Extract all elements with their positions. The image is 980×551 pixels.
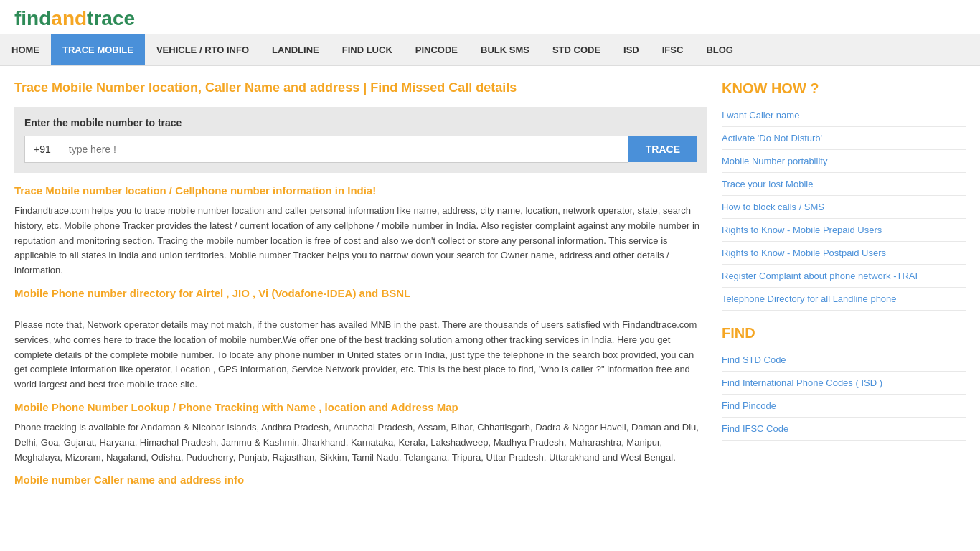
sidebar-link-telephone-directory[interactable]: Telephone Directory for all Landline pho… (722, 288, 966, 311)
sidebar-link-register-complaint[interactable]: Register Complaint about phone network -… (722, 265, 966, 288)
sidebar-link-ifsc-code[interactable]: Find IFSC Code (722, 418, 966, 441)
find-section: FIND Find STD Code Find International Ph… (722, 325, 966, 441)
search-input[interactable] (60, 136, 628, 163)
main-nav: HOME TRACE MOBILE VEHICLE / RTO INFO LAN… (0, 34, 980, 66)
sidebar-link-std-code[interactable]: Find STD Code (722, 349, 966, 372)
nav-ifsc[interactable]: IFSC (651, 34, 695, 65)
section1-heading: Trace Mobile number location / Cellphone… (14, 184, 707, 197)
site-logo: findandtrace (14, 7, 966, 30)
sidebar-link-portability[interactable]: Mobile Number portability (722, 150, 966, 173)
sidebar-link-pincode[interactable]: Find Pincode (722, 395, 966, 418)
sidebar-link-lost-mobile[interactable]: Trace your lost Mobile (722, 173, 966, 196)
search-label: Enter the mobile number to trace (24, 117, 697, 128)
nav-home[interactable]: HOME (0, 34, 51, 65)
sidebar: KNOW HOW ? I want Caller name Activate '… (722, 80, 966, 493)
page-title: Trace Mobile Number location, Caller Nam… (14, 80, 707, 95)
know-how-title: KNOW HOW ? (722, 80, 966, 97)
section3-heading: Mobile Phone Number Lookup / Phone Track… (14, 401, 707, 413)
trace-button[interactable]: TRACE (628, 136, 697, 162)
section2-text: Please note that, Network operator detai… (14, 318, 707, 392)
know-how-section: KNOW HOW ? I want Caller name Activate '… (722, 80, 966, 311)
nav-find-luck[interactable]: FIND LUCK (331, 34, 404, 65)
section3-text: Phone tracking is available for Andaman … (14, 420, 707, 465)
find-title: FIND (722, 325, 966, 342)
section1-link[interactable]: Mobile Phone number directory for Airtel… (14, 287, 707, 299)
nav-bulk-sms[interactable]: BULK SMS (469, 34, 541, 65)
nav-blog[interactable]: BLOG (694, 34, 745, 65)
sidebar-link-caller-name[interactable]: I want Caller name (722, 104, 966, 127)
sidebar-link-isd-codes[interactable]: Find International Phone Codes ( ISD ) (722, 372, 966, 395)
sidebar-link-block-calls[interactable]: How to block calls / SMS (722, 196, 966, 219)
nav-pincode[interactable]: PINCODE (404, 34, 469, 65)
logo-find: find (14, 7, 51, 29)
search-box: Enter the mobile number to trace +91 TRA… (14, 107, 707, 173)
logo-and: and (51, 7, 87, 29)
country-code: +91 (24, 136, 60, 163)
logo-trace: trace (87, 7, 135, 29)
nav-landline[interactable]: LANDLINE (260, 34, 331, 65)
main-content: Trace Mobile Number location, Caller Nam… (14, 80, 707, 493)
nav-std-code[interactable]: STD CODE (541, 34, 612, 65)
section1-text: Findandtrace.com helps you to trace mobi… (14, 204, 707, 278)
sidebar-link-dnd[interactable]: Activate 'Do Not Disturb' (722, 127, 966, 150)
nav-vehicle-rto[interactable]: VEHICLE / RTO INFO (145, 34, 260, 65)
section4-heading: Mobile number Caller name and address in… (14, 474, 707, 486)
sidebar-link-postpaid-rights[interactable]: Rights to Know - Mobile Postpaid Users (722, 242, 966, 265)
nav-isd[interactable]: ISD (612, 34, 651, 65)
nav-trace-mobile[interactable]: TRACE MOBILE (51, 34, 145, 65)
sidebar-link-prepaid-rights[interactable]: Rights to Know - Mobile Prepaid Users (722, 219, 966, 242)
